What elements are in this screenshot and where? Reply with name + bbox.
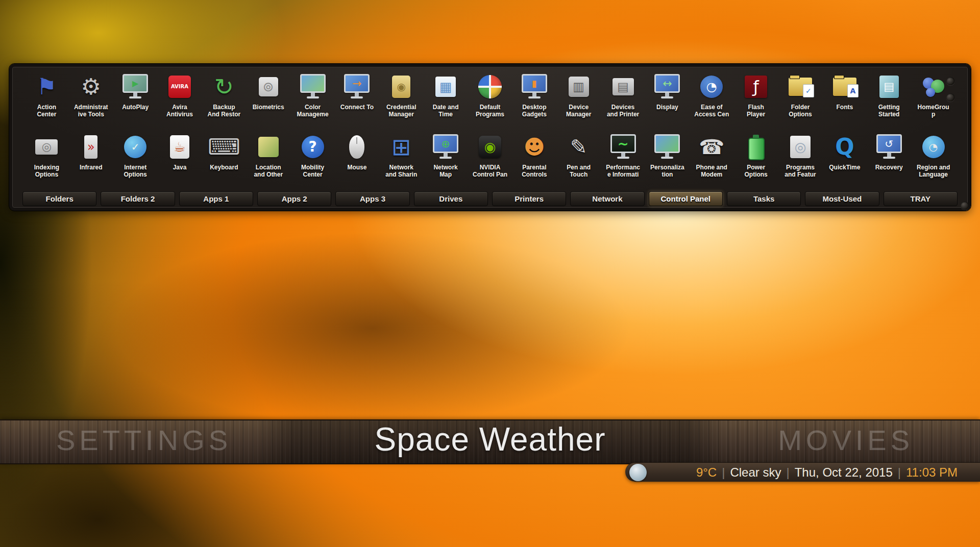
launcher-item-label: BackupAnd Restor bbox=[208, 104, 241, 118]
menu-item-movies[interactable]: MOVIES bbox=[778, 424, 914, 457]
ease-of-access-icon: ◔ bbox=[700, 71, 723, 103]
battery-icon bbox=[748, 131, 764, 163]
tab-drives[interactable]: Drives bbox=[414, 191, 488, 206]
separator: | bbox=[786, 465, 789, 480]
tab-folders-2[interactable]: Folders 2 bbox=[101, 191, 175, 206]
launcher-item-label: Date andTime bbox=[433, 104, 459, 118]
printer-icon: ▤ bbox=[612, 71, 634, 103]
tab-tray[interactable]: TRAY bbox=[884, 191, 958, 206]
performance-monitor-icon: ~ bbox=[610, 131, 636, 163]
launcher-item-performanc-e-informati[interactable]: ~Performance Informati bbox=[601, 131, 645, 191]
launcher-item-label: ParentalControls bbox=[522, 164, 547, 178]
region-globe-icon: ◔ bbox=[922, 131, 945, 163]
launcher-item-recovery[interactable]: ↺Recovery bbox=[867, 131, 911, 191]
launcher-item-mobility-center[interactable]: ?MobilityCenter bbox=[290, 131, 335, 191]
launcher-item-label: InternetOptions bbox=[124, 164, 146, 178]
launcher-item-color-manageme[interactable]: ColorManageme bbox=[290, 71, 335, 131]
launcher-item-keyboard[interactable]: ⌨Keyboard bbox=[202, 131, 246, 191]
launcher-item-label: Networkand Sharin bbox=[385, 164, 417, 178]
moon-icon bbox=[629, 464, 647, 481]
launcher-item-label: Java bbox=[173, 164, 187, 171]
launcher-item-label: Programsand Featur bbox=[785, 164, 816, 178]
launcher-item-label: Recovery bbox=[875, 164, 903, 171]
launcher-item-infrared[interactable]: »Infrared bbox=[69, 131, 113, 191]
launcher-item-action-center[interactable]: ⚑ActionCenter bbox=[24, 71, 69, 131]
getting-started-icon: ▤ bbox=[879, 71, 899, 103]
launcher-item-default-programs[interactable]: DefaultPrograms bbox=[468, 71, 512, 131]
tab-printers[interactable]: Printers bbox=[492, 191, 566, 206]
launcher-item-network-and-sharin[interactable]: ⊞Networkand Sharin bbox=[379, 131, 424, 191]
launcher-item-indexing-options[interactable]: ◎IndexingOptions bbox=[24, 131, 69, 191]
launcher-item-personaliza-tion[interactable]: Personalization bbox=[645, 131, 690, 191]
launcher-item-avira-antivirus[interactable]: AVIRAAviraAntivirus bbox=[158, 71, 202, 131]
launcher-item-nvidia-control-pan[interactable]: ◉NVIDIAControl Pan bbox=[468, 131, 512, 191]
mouse-icon bbox=[349, 131, 364, 163]
indexing-drive-icon: ◎ bbox=[35, 131, 58, 163]
clock: 11:03 PM bbox=[906, 465, 958, 480]
launcher-item-phone-and-modem[interactable]: ☎Phone andModem bbox=[690, 131, 734, 191]
tab-control-panel[interactable]: Control Panel bbox=[649, 191, 723, 206]
quicktime-icon: Q bbox=[835, 131, 854, 163]
tab-folders[interactable]: Folders bbox=[22, 191, 96, 206]
launcher-item-label: Mouse bbox=[347, 164, 366, 171]
launcher-item-label: Ease ofAccess Cen bbox=[694, 104, 729, 118]
main-menu-bar: SETTINGS Space Weather MOVIES bbox=[0, 419, 980, 464]
launcher-item-desktop-gadgets[interactable]: ▮DesktopGadgets bbox=[512, 71, 556, 131]
launcher-item-label: Locationand Other bbox=[254, 164, 283, 178]
launcher-item-flash-player[interactable]: ƒFlashPlayer bbox=[734, 71, 778, 131]
weather-condition: Clear sky bbox=[730, 465, 781, 480]
parental-controls-icon: ☻ bbox=[524, 131, 545, 163]
flash-icon: ƒ bbox=[745, 71, 767, 103]
fonts-folder-icon: A bbox=[833, 71, 856, 103]
tab-network[interactable]: Network bbox=[570, 191, 644, 206]
launcher-item-biometrics[interactable]: ⊚Biometrics bbox=[246, 71, 290, 131]
toolbox-icon: ▥ bbox=[569, 71, 589, 103]
launcher-item-display[interactable]: ↔Display bbox=[645, 71, 690, 131]
launcher-item-internet-options[interactable]: ✓InternetOptions bbox=[113, 131, 158, 191]
launcher-item-location-and-other[interactable]: Locationand Other bbox=[246, 131, 290, 191]
launcher-item-power-options[interactable]: PowerOptions bbox=[734, 131, 778, 191]
folder-options-icon: ✓ bbox=[789, 71, 812, 103]
keyboard-icon: ⌨ bbox=[208, 131, 240, 163]
launcher-item-autoplay[interactable]: ▶AutoPlay bbox=[113, 71, 158, 131]
launcher-item-date-and-time[interactable]: ▦Date andTime bbox=[424, 71, 468, 131]
tab-most-used[interactable]: Most-Used bbox=[805, 191, 879, 206]
launcher-item-java[interactable]: ☕Java bbox=[158, 131, 202, 191]
launcher-item-device-manager[interactable]: ▥DeviceManager bbox=[556, 71, 601, 131]
launcher-item-pen-and-touch[interactable]: ✎Pen andTouch bbox=[556, 131, 601, 191]
java-cup-icon: ☕ bbox=[170, 131, 189, 163]
tab-apps-1[interactable]: Apps 1 bbox=[179, 191, 253, 206]
calendar-clock-icon: ▦ bbox=[435, 71, 456, 103]
launcher-item-getting-started[interactable]: ▤GettingStarted bbox=[867, 71, 911, 131]
gadgets-monitor-icon: ▮ bbox=[522, 71, 547, 103]
backup-restore-icon: ↻ bbox=[214, 71, 234, 103]
tab-apps-3[interactable]: Apps 3 bbox=[335, 191, 409, 206]
launcher-item-programs-and-featur[interactable]: ◎Programsand Featur bbox=[778, 131, 823, 191]
launcher-item-mouse[interactable]: Mouse bbox=[335, 131, 379, 191]
launcher-item-quicktime[interactable]: QQuickTime bbox=[822, 131, 867, 191]
tab-tasks[interactable]: Tasks bbox=[727, 191, 801, 206]
tab-apps-2[interactable]: Apps 2 bbox=[257, 191, 331, 206]
category-tab-bar: FoldersFolders 2Apps 1Apps 2Apps 3Drives… bbox=[22, 191, 958, 206]
launcher-item-administrat-ive-tools[interactable]: ⚙Administrative Tools bbox=[69, 71, 113, 131]
launcher-item-backup-and-restor[interactable]: ↻BackupAnd Restor bbox=[202, 71, 246, 131]
launcher-item-connect-to[interactable]: →Connect To bbox=[335, 71, 379, 131]
launcher-item-region-and-language[interactable]: ◔Region andLanguage bbox=[911, 131, 955, 191]
separator: | bbox=[722, 465, 725, 480]
launcher-item-label: Devicesand Printer bbox=[607, 104, 639, 118]
launcher-item-network-map[interactable]: ⊕NetworkMap bbox=[424, 131, 468, 191]
launcher-item-parental-controls[interactable]: ☻ParentalControls bbox=[512, 131, 556, 191]
launcher-item-credential-manager[interactable]: ◉CredentialManager bbox=[379, 71, 424, 131]
launcher-item-label: CredentialManager bbox=[386, 104, 416, 118]
launcher-item-label: ActionCenter bbox=[37, 104, 56, 118]
launcher-item-label: Phone andModem bbox=[696, 164, 727, 178]
launcher-item-ease-of-access-cen[interactable]: ◔Ease ofAccess Cen bbox=[690, 71, 734, 131]
launcher-item-devices-and-printer[interactable]: ▤Devicesand Printer bbox=[601, 71, 645, 131]
launcher-grid: ⚑ActionCenter⚙Administrative Tools▶AutoP… bbox=[24, 71, 955, 191]
fingerprint-icon: ⊚ bbox=[259, 71, 278, 103]
launcher-item-label: Biometrics bbox=[253, 104, 284, 111]
launcher-item-label: FolderOptions bbox=[789, 104, 812, 118]
launcher-item-folder-options[interactable]: ✓FolderOptions bbox=[778, 71, 823, 131]
launcher-item-label: DesktopGadgets bbox=[522, 104, 547, 118]
launcher-item-fonts[interactable]: AFonts bbox=[822, 71, 867, 131]
